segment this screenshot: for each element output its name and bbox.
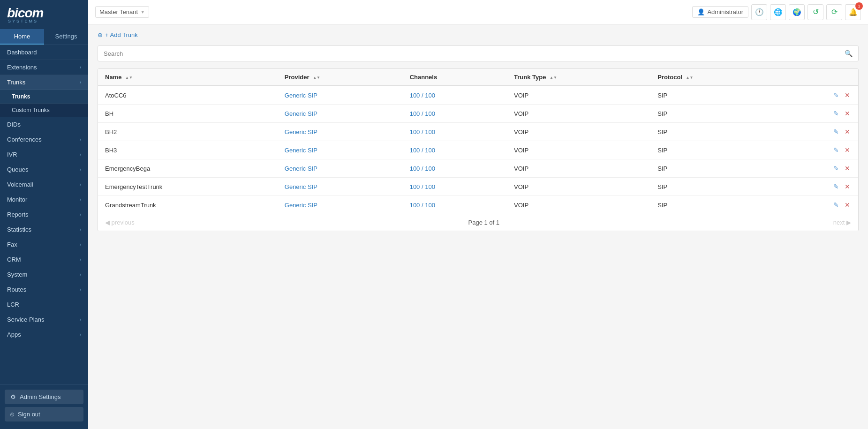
- col-actions: [776, 69, 858, 86]
- sidebar-nav: DashboardExtensions›Trunks›TrunksCustom …: [0, 45, 88, 342]
- table-row: GrandstreamTrunk Generic SIP 100 / 100 V…: [98, 196, 858, 214]
- clock-icon: 🕐: [755, 8, 764, 16]
- cell-protocol-5: SIP: [650, 178, 776, 196]
- sidebar-item-service-plans[interactable]: Service Plans›: [0, 312, 88, 327]
- chevron-icon: ›: [80, 257, 81, 262]
- sidebar-item-label-conferences: Conferences: [7, 136, 42, 143]
- user-menu[interactable]: 👤 Administrator: [692, 6, 748, 18]
- sidebar-item-custom-trunks[interactable]: Custom Trunks: [0, 104, 88, 117]
- sidebar-item-lcr[interactable]: LCR: [0, 297, 88, 312]
- sidebar-item-label-routes: Routes: [7, 286, 26, 293]
- globe-button[interactable]: 🌐: [770, 4, 786, 20]
- delete-button-1[interactable]: ✕: [844, 109, 851, 118]
- delete-button-5[interactable]: ✕: [844, 182, 851, 191]
- sidebar-item-voicemail[interactable]: Voicemail›: [0, 177, 88, 192]
- sidebar-item-dashboard[interactable]: Dashboard: [0, 45, 88, 60]
- cell-channels-4: 100 / 100: [403, 159, 507, 178]
- chevron-icon: ›: [80, 287, 81, 292]
- cell-channels-3: 100 / 100: [403, 141, 507, 159]
- cell-provider-6: Generic SIP: [278, 196, 403, 214]
- cell-provider-4: Generic SIP: [278, 159, 403, 178]
- delete-button-2[interactable]: ✕: [844, 127, 851, 136]
- delete-button-4[interactable]: ✕: [844, 164, 851, 173]
- sidebar-tabs: Home Settings: [0, 29, 88, 45]
- sidebar-item-reports[interactable]: Reports›: [0, 207, 88, 222]
- col-name[interactable]: Name ▲▼: [98, 69, 278, 86]
- edit-button-2[interactable]: ✎: [832, 127, 840, 136]
- cell-protocol-6: SIP: [650, 196, 776, 214]
- edit-button-4[interactable]: ✎: [832, 164, 840, 173]
- bell-button[interactable]: 🔔 1: [845, 4, 861, 20]
- sidebar-item-queues[interactable]: Queues›: [0, 162, 88, 177]
- sidebar-item-routes[interactable]: Routes›: [0, 282, 88, 297]
- clock-button[interactable]: 🕐: [751, 4, 767, 20]
- col-protocol[interactable]: Protocol ▲▼: [650, 69, 776, 86]
- sidebar-item-extensions[interactable]: Extensions›: [0, 60, 88, 75]
- search-bar: 🔍: [98, 45, 859, 61]
- sidebar-item-ivr[interactable]: IVR›: [0, 147, 88, 162]
- cell-name-5: EmergencyTestTrunk: [98, 178, 278, 196]
- refresh-button[interactable]: ↺: [808, 4, 823, 20]
- next-page-button[interactable]: next ▶: [833, 219, 851, 226]
- cell-name-0: AtoCC6: [98, 86, 278, 105]
- tenant-name: Master Tenant: [99, 8, 138, 15]
- admin-settings-button[interactable]: ⚙ Admin Settings: [5, 390, 83, 404]
- trunks-tbody: AtoCC6 Generic SIP 100 / 100 VOIP SIP ✎ …: [98, 86, 858, 214]
- edit-button-3[interactable]: ✎: [832, 145, 840, 155]
- cell-actions-3: ✎ ✕: [776, 141, 858, 159]
- delete-button-6[interactable]: ✕: [844, 200, 851, 210]
- sidebar-item-monitor[interactable]: Monitor›: [0, 192, 88, 207]
- col-trunk-type[interactable]: Trunk Type ▲▼: [507, 69, 650, 86]
- sidebar-item-system[interactable]: System›: [0, 267, 88, 282]
- sidebar-item-label-dashboard: Dashboard: [7, 49, 37, 56]
- cell-channels-0: 100 / 100: [403, 86, 507, 105]
- cell-provider-0: Generic SIP: [278, 86, 403, 105]
- tenant-selector[interactable]: Master Tenant ▼: [95, 6, 149, 18]
- prev-page-button[interactable]: ◀ previous: [105, 219, 135, 226]
- username-label: Administrator: [707, 8, 743, 15]
- sidebar-bottom: ⚙ Admin Settings ⎋ Sign out: [0, 384, 88, 429]
- sidebar-item-fax[interactable]: Fax›: [0, 237, 88, 252]
- cell-name-6: GrandstreamTrunk: [98, 196, 278, 214]
- sidebar-sub-label-trunks-sub: Trunks: [12, 93, 30, 100]
- sidebar-item-conferences[interactable]: Conferences›: [0, 132, 88, 147]
- cell-trunktype-0: VOIP: [507, 86, 650, 105]
- chevron-icon: ›: [80, 167, 81, 172]
- search-input[interactable]: [104, 50, 845, 57]
- sidebar-item-label-lcr: LCR: [7, 301, 19, 308]
- tab-settings[interactable]: Settings: [44, 29, 88, 45]
- notification-badge: 1: [855, 2, 863, 10]
- language-button[interactable]: 🌍: [789, 4, 805, 20]
- cell-provider-2: Generic SIP: [278, 123, 403, 141]
- edit-button-5[interactable]: ✎: [832, 182, 840, 191]
- edit-button-0[interactable]: ✎: [832, 90, 840, 100]
- trunks-table: Name ▲▼ Provider ▲▼ Channels Trunk Type …: [98, 68, 859, 231]
- sign-out-button[interactable]: ⎋ Sign out: [5, 407, 83, 421]
- sidebar-item-label-statistics: Statistics: [7, 226, 31, 233]
- sidebar-item-trunks[interactable]: Trunks›: [0, 75, 88, 90]
- col-provider[interactable]: Provider ▲▼: [278, 69, 403, 86]
- sync-button[interactable]: ⟳: [826, 4, 842, 20]
- sidebar-item-label-trunks: Trunks: [7, 79, 25, 86]
- delete-button-3[interactable]: ✕: [844, 145, 851, 155]
- cell-channels-5: 100 / 100: [403, 178, 507, 196]
- sidebar-item-crm[interactable]: CRM›: [0, 252, 88, 267]
- sidebar-item-apps[interactable]: Apps›: [0, 327, 88, 342]
- edit-button-1[interactable]: ✎: [832, 109, 840, 118]
- chevron-icon: ›: [80, 227, 81, 232]
- tab-home[interactable]: Home: [0, 29, 44, 45]
- cell-provider-5: Generic SIP: [278, 178, 403, 196]
- sidebar-item-statistics[interactable]: Statistics›: [0, 222, 88, 237]
- content-area: ⊕ + Add Trunk 🔍 Name ▲▼ Provider ▲▼ Cha: [88, 24, 868, 429]
- refresh-icon: ↺: [813, 8, 819, 16]
- sidebar-item-label-queues: Queues: [7, 166, 29, 173]
- sidebar-item-label-apps: Apps: [7, 331, 21, 338]
- sidebar-item-label-extensions: Extensions: [7, 64, 37, 71]
- table-header-row: Name ▲▼ Provider ▲▼ Channels Trunk Type …: [98, 69, 858, 86]
- delete-button-0[interactable]: ✕: [844, 90, 851, 100]
- sidebar-item-dids[interactable]: DIDs: [0, 117, 88, 132]
- sidebar-sub-label-custom-trunks: Custom Trunks: [12, 107, 50, 113]
- edit-button-6[interactable]: ✎: [832, 200, 840, 210]
- sidebar-item-trunks-sub[interactable]: Trunks: [0, 90, 88, 104]
- add-trunk-button[interactable]: ⊕ + Add Trunk: [98, 31, 138, 38]
